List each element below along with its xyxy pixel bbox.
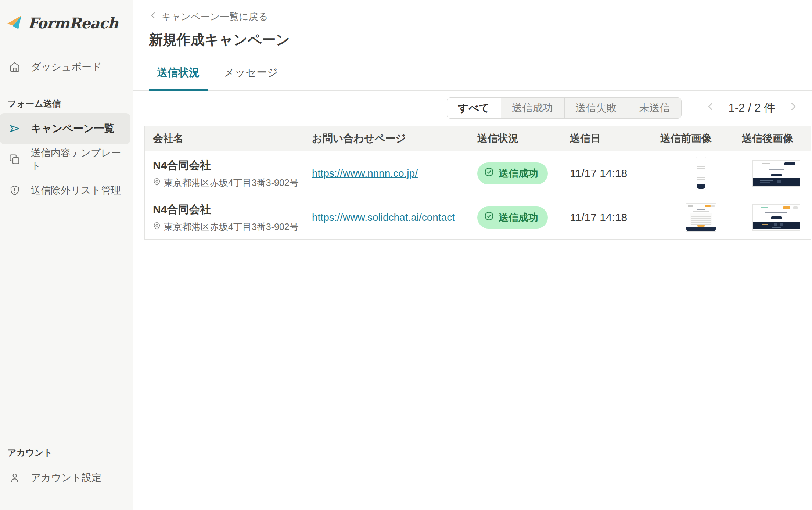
paper-plane-logo-icon (6, 14, 23, 32)
sidebar-item-label: ダッシュボード (31, 60, 102, 73)
logo-text: FormReach (28, 14, 118, 32)
company-address: 東京都港区赤坂4丁目3番3-902号 (164, 221, 299, 233)
main-content: キャンペーン一覧に戻る 新規作成キャンペーン 送信状況 メッセージ すべて 送信… (133, 0, 812, 510)
tab-bar: 送信状況 メッセージ (133, 65, 812, 91)
table-row: N4合同会社 東京都港区赤坂4丁目3番3-902号 https://www.so… (145, 195, 811, 239)
map-pin-icon (153, 177, 161, 188)
status-badge: 送信成功 (477, 162, 548, 184)
back-link-label: キャンペーン一覧に戻る (161, 10, 268, 23)
column-header-company: 会社名 (145, 132, 312, 146)
company-address: 東京都港区赤坂4丁目3番3-902号 (164, 177, 299, 189)
sent-date: 11/17 14:18 (570, 167, 627, 179)
column-header-after-image: 送信後画像 (742, 132, 811, 146)
send-icon (9, 123, 21, 134)
check-circle-icon (484, 167, 494, 180)
sidebar-item-campaign-list[interactable]: キャンペーン一覧 (0, 113, 130, 144)
prev-page-button[interactable] (705, 101, 716, 115)
logo[interactable]: FormReach (0, 13, 133, 32)
shield-alert-icon (9, 184, 21, 196)
sidebar-nav: ダッシュボード フォーム送信 キャンペーン一覧 送信内容 (0, 51, 133, 206)
company-name: N4合同会社 (153, 202, 312, 217)
back-to-campaign-list-link[interactable]: キャンペーン一覧に戻る (149, 10, 268, 23)
company-name: N4合同会社 (153, 158, 312, 173)
contact-page-link[interactable]: https://www.solidchat.ai/contact (312, 212, 455, 223)
column-header-contact-page: お問い合わせページ (312, 132, 477, 146)
contact-page-link[interactable]: https://www.nnnn.co.jp/ (312, 168, 418, 179)
home-icon (9, 61, 21, 73)
send-status-table: 会社名 お問い合わせページ 送信状況 送信日 送信前画像 送信後画像 N4合同会… (144, 126, 811, 240)
sidebar-section-form: フォーム送信 (0, 98, 133, 109)
status-badge: 送信成功 (477, 206, 548, 229)
before-image-thumbnail[interactable] (686, 203, 716, 232)
status-filter-group: すべて 送信成功 送信失敗 未送信 (447, 97, 682, 119)
filter-all-button[interactable]: すべて (447, 98, 501, 118)
sidebar-item-exclusion-list[interactable]: 送信除外リスト管理 (0, 175, 130, 206)
before-image-thumbnail[interactable] (696, 157, 706, 190)
column-header-date: 送信日 (570, 132, 660, 146)
filter-failure-button[interactable]: 送信失敗 (565, 98, 628, 118)
sidebar: FormReach ダッシュボード フォーム送信 (0, 0, 133, 510)
app-window: FormReach ダッシュボード フォーム送信 (0, 0, 812, 510)
toolbar: すべて 送信成功 送信失敗 未送信 1-2 / 2 件 (133, 97, 812, 119)
filter-success-button[interactable]: 送信成功 (501, 98, 565, 118)
table-row: N4合同会社 東京都港区赤坂4丁目3番3-902号 https://www.nn… (145, 151, 811, 195)
after-image-thumbnail[interactable] (752, 160, 800, 187)
tab-message[interactable]: メッセージ (216, 65, 286, 91)
pagination: 1-2 / 2 件 (705, 100, 799, 116)
user-icon (9, 472, 21, 484)
page-title: 新規作成キャンペーン (149, 30, 812, 49)
sidebar-item-label: 送信除外リスト管理 (31, 184, 121, 197)
tab-send-status[interactable]: 送信状況 (149, 65, 208, 91)
pagination-count: 1-2 / 2 件 (729, 100, 776, 116)
sidebar-item-label: アカウント設定 (31, 471, 101, 484)
sidebar-account-section: アカウント アカウント設定 (0, 431, 133, 510)
after-image-thumbnail[interactable] (752, 204, 800, 231)
sidebar-section-account: アカウント (0, 447, 133, 459)
column-header-before-image: 送信前画像 (660, 132, 742, 146)
sidebar-item-dashboard[interactable]: ダッシュボード (0, 51, 130, 82)
check-circle-icon (484, 211, 494, 224)
table-header-row: 会社名 お問い合わせページ 送信状況 送信日 送信前画像 送信後画像 (145, 126, 811, 151)
next-page-button[interactable] (788, 101, 799, 115)
sidebar-item-account-settings[interactable]: アカウント設定 (0, 462, 130, 493)
column-header-status: 送信状況 (477, 132, 570, 146)
sidebar-item-label: 送信内容テンプレート (31, 146, 130, 173)
sent-date: 11/17 14:18 (570, 211, 627, 223)
filter-unsent-button[interactable]: 未送信 (628, 98, 681, 118)
copy-icon (9, 154, 21, 165)
sidebar-item-label: キャンペーン一覧 (31, 122, 114, 136)
map-pin-icon (153, 222, 161, 232)
chevron-left-icon (149, 11, 158, 22)
sidebar-item-send-template[interactable]: 送信内容テンプレート (0, 144, 130, 175)
